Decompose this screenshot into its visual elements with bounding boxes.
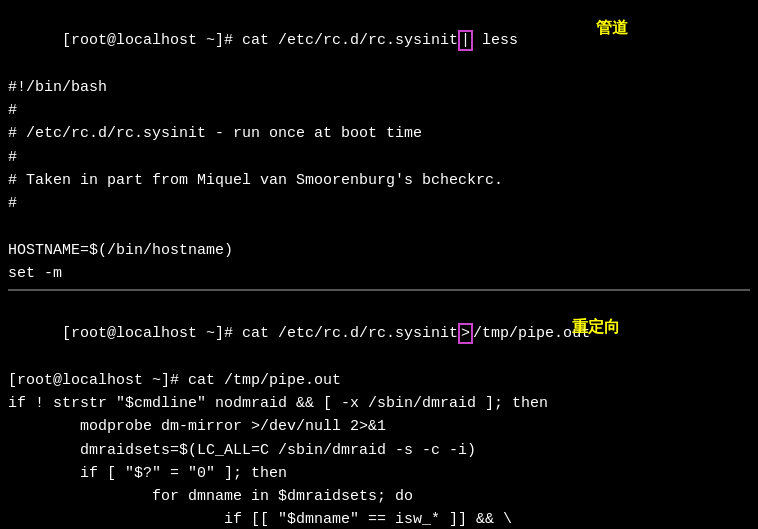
- redirect-annotation: 重定向: [572, 317, 620, 338]
- code-line1: if ! strstr "$cmdline" nodmraid && [ -x …: [8, 392, 750, 415]
- code-line2: modprobe dm-mirror >/dev/null 2>&1: [8, 415, 750, 438]
- pipe-char-highlight: |: [458, 30, 473, 51]
- line-empty: [8, 215, 750, 238]
- terminal: [root@localhost ~]# cat /etc/rc.d/rc.sys…: [0, 0, 758, 529]
- line-shebang: #!/bin/bash: [8, 76, 750, 99]
- line-comment4: # Taken in part from Miquel van Smoorenb…: [8, 169, 750, 192]
- code-line5: for dmname in $dmraidsets; do: [8, 485, 750, 508]
- less-command: less: [473, 32, 518, 49]
- line-comment5: #: [8, 192, 750, 215]
- bottom-section: [root@localhost ~]# cat /etc/rc.d/rc.sys…: [8, 295, 750, 529]
- bottom-command-line2: [root@localhost ~]# cat /tmp/pipe.out: [8, 369, 750, 392]
- pipe-annotation: 管道: [596, 18, 628, 39]
- line-comment1: #: [8, 99, 750, 122]
- code-line4: if [ "$?" = "0" ]; then: [8, 462, 750, 485]
- line-setm: set -m: [8, 262, 750, 285]
- code-line6: if [[ "$dmname" == isw_* ]] && \: [8, 508, 750, 529]
- prompt-top: [root@localhost ~]# cat /etc/rc.d/rc.sys…: [62, 32, 458, 49]
- line-comment2: # /etc/rc.d/rc.sysinit - run once at boo…: [8, 122, 750, 145]
- redirect-char-highlight: >: [458, 323, 473, 344]
- top-command-line: [root@localhost ~]# cat /etc/rc.d/rc.sys…: [8, 6, 750, 76]
- cmd1-prefix: [root@localhost ~]# cat /etc/rc.d/rc.sys…: [62, 325, 458, 342]
- top-section: [root@localhost ~]# cat /etc/rc.d/rc.sys…: [8, 6, 750, 291]
- bottom-command-line1: [root@localhost ~]# cat /etc/rc.d/rc.sys…: [8, 299, 750, 369]
- line-comment3: #: [8, 146, 750, 169]
- line-hostname: HOSTNAME=$(/bin/hostname): [8, 239, 750, 262]
- code-line3: dmraidsets=$(LC_ALL=C /sbin/dmraid -s -c…: [8, 439, 750, 462]
